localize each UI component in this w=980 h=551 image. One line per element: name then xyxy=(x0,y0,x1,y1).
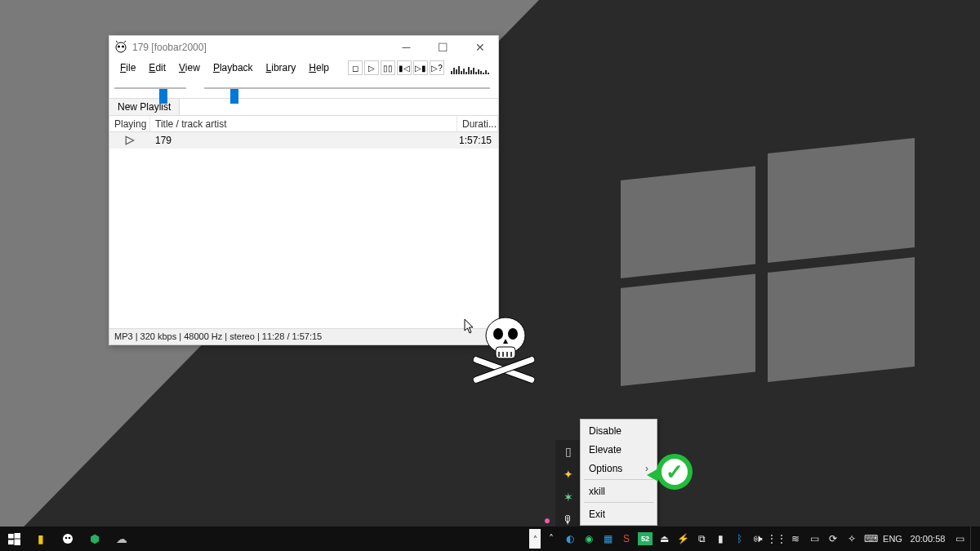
app-icon xyxy=(114,41,127,54)
prev-button[interactable]: ▮◁ xyxy=(397,60,412,75)
tray-removable-icon[interactable]: ⏏ xyxy=(656,529,672,549)
stop-button[interactable]: ◻ xyxy=(348,60,363,75)
tray-app-icon[interactable]: ◉ xyxy=(581,529,597,549)
transport-buttons: ◻ ▷ ▯▯ ▮◁ ▷▮ ▷? xyxy=(348,60,444,75)
tray-app-icon[interactable]: S xyxy=(618,529,635,549)
menu-item-disable[interactable]: Disable xyxy=(581,421,657,440)
next-button[interactable]: ▷▮ xyxy=(413,60,428,75)
svg-point-7 xyxy=(493,328,503,340)
show-desktop-button[interactable] xyxy=(970,527,975,551)
row-duration: 1:57:15 xyxy=(457,135,498,146)
status-bar: MP3 | 320 kbps | 48000 Hz | stereo | 11:… xyxy=(109,328,498,344)
tray-card-icon[interactable]: ⧉ xyxy=(693,529,710,549)
menu-file[interactable]: File xyxy=(114,60,141,75)
svg-point-2 xyxy=(122,46,124,48)
col-title[interactable]: Title / track artist xyxy=(150,116,457,131)
menu-separator xyxy=(584,502,653,503)
tray-plug-icon[interactable]: ⚡ xyxy=(675,529,691,549)
pause-button[interactable]: ▯▯ xyxy=(381,60,395,75)
maximize-button[interactable]: ☐ xyxy=(425,36,461,59)
playlist-row[interactable]: 179 1:57:15 xyxy=(109,132,498,149)
tray-monitor-icon[interactable]: ▭ xyxy=(806,529,822,549)
menu-edit[interactable]: Edit xyxy=(143,60,172,75)
start-button[interactable] xyxy=(2,527,26,551)
tray-context-menu: Disable Elevate Options xkill Exit xyxy=(580,419,657,526)
svg-rect-12 xyxy=(14,539,20,545)
slider-row xyxy=(109,77,498,98)
cursor-arrow-icon xyxy=(464,318,477,339)
column-headers: Playing Title / track artist Durati... xyxy=(109,116,498,132)
menu-library[interactable]: Library xyxy=(261,60,302,75)
svg-point-8 xyxy=(508,328,518,340)
svg-point-1 xyxy=(118,46,120,48)
random-button[interactable]: ▷? xyxy=(430,60,444,75)
tray-icon-disk[interactable]: ▯ xyxy=(560,443,577,460)
col-playing[interactable]: Playing xyxy=(109,116,150,131)
svg-rect-11 xyxy=(8,540,14,544)
tray-sync-icon[interactable]: ⟳ xyxy=(825,529,841,549)
visualizer xyxy=(451,61,489,74)
row-title: 179 xyxy=(150,135,457,146)
menu-item-options[interactable]: Options xyxy=(581,459,657,478)
playing-icon xyxy=(109,136,150,145)
tray-dropbox-icon[interactable]: ✧ xyxy=(844,529,860,549)
menu-item-xkill[interactable]: xkill xyxy=(581,482,657,500)
menu-view[interactable]: View xyxy=(173,60,206,75)
svg-point-14 xyxy=(65,537,68,540)
tray-icon-app2[interactable]: ✶ xyxy=(560,489,577,505)
minimize-button[interactable]: ─ xyxy=(388,36,425,59)
menu-separator xyxy=(584,479,653,480)
tray-icon-mic[interactable]: 🎙 xyxy=(560,512,577,528)
tray-volume-icon[interactable]: 🕪 xyxy=(750,529,766,549)
tray-chevron-icon[interactable]: ˄ xyxy=(543,529,559,549)
windows-logo xyxy=(621,135,915,394)
clock[interactable]: 20:00:58 xyxy=(906,529,949,549)
svg-rect-10 xyxy=(14,533,20,539)
tray-network2-icon[interactable]: ≋ xyxy=(787,529,804,549)
tray-overflow-button[interactable]: ˄ xyxy=(529,529,541,549)
menu-item-exit[interactable]: Exit xyxy=(581,504,657,523)
play-button[interactable]: ▷ xyxy=(364,60,379,75)
menu-help[interactable]: Help xyxy=(303,60,335,75)
tray-badge[interactable]: 52 xyxy=(637,529,653,549)
taskbar-app-python[interactable]: ⬢ xyxy=(82,527,107,551)
tray-keyboard-icon[interactable]: ⌨ xyxy=(862,529,879,549)
foobar2000-window: 179 [foobar2000] ─ ☐ ✕ File Edit View Pl… xyxy=(109,35,499,345)
menu-bar: File Edit View Playback Library Help ◻ ▷… xyxy=(109,59,498,77)
callout-check-icon xyxy=(652,452,697,498)
tray-bluetooth-icon[interactable]: ᛒ xyxy=(731,529,747,549)
taskbar-app-foobar[interactable] xyxy=(56,527,80,551)
tray-icon-pink[interactable]: ● xyxy=(539,512,555,528)
tray-icon-app1[interactable]: ✦ xyxy=(560,466,577,482)
language-indicator[interactable]: ENG xyxy=(881,529,904,549)
playlist-tab-bar: New Playlist xyxy=(109,98,498,116)
titlebar[interactable]: 179 [foobar2000] ─ ☐ ✕ xyxy=(109,36,498,59)
tray-wifi-icon[interactable]: ⋮⋮ xyxy=(768,529,785,549)
tray-battery-icon[interactable]: ▮ xyxy=(712,529,728,549)
svg-point-13 xyxy=(63,534,73,544)
tray-overflow-popup: ▯ ✦ ✶ ● 🎙 ⚙ xyxy=(555,440,581,531)
menu-item-elevate[interactable]: Elevate xyxy=(581,440,657,459)
col-duration[interactable]: Durati... xyxy=(457,116,498,131)
system-tray: ˄ ˄ ◐ ◉ ▦ S 52 ⏏ ⚡ ⧉ ▮ ᛒ 🕪 ⋮⋮ ≋ ▭ ⟳ ✧ ⌨ … xyxy=(529,527,980,551)
close-button[interactable]: ✕ xyxy=(461,36,498,59)
taskbar-app-explorer[interactable]: ▮ xyxy=(29,527,53,551)
playlist-tab[interactable]: New Playlist xyxy=(109,99,180,115)
tray-app-icon[interactable]: ▦ xyxy=(599,529,616,549)
taskbar: ▮ ⬢ ☁ ˄ ˄ ◐ ◉ ▦ S 52 ⏏ ⚡ ⧉ ▮ ᛒ 🕪 ⋮⋮ ≋ ▭ … xyxy=(0,527,980,551)
tray-app-icon[interactable]: ◐ xyxy=(562,529,578,549)
svg-point-15 xyxy=(69,537,71,540)
window-title: 179 [foobar2000] xyxy=(132,42,207,53)
taskbar-app-discord[interactable]: ☁ xyxy=(109,527,134,551)
svg-point-0 xyxy=(116,42,126,52)
playlist: 179 1:57:15 xyxy=(109,132,498,328)
svg-rect-9 xyxy=(8,533,14,538)
action-center-icon[interactable]: ▭ xyxy=(951,529,968,549)
menu-playback[interactable]: Playback xyxy=(207,60,259,75)
